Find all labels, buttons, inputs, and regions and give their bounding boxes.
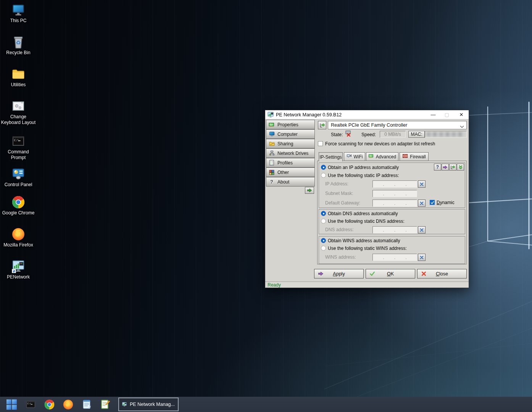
- keyboard-settings-icon: ⚙ ⚙: [11, 99, 25, 113]
- clear-dns-button[interactable]: [418, 226, 426, 233]
- help-button[interactable]: ?: [434, 164, 441, 171]
- mac-value-redacted: [425, 131, 467, 138]
- window-title: PE Network Manager 0.59.B12: [276, 112, 342, 117]
- obtain-dns-auto-label: Obtain DNS address automatically: [328, 211, 398, 216]
- radio-static-ip[interactable]: [321, 173, 326, 178]
- desktop-icon-control-panel[interactable]: Control Panel: [1, 167, 36, 188]
- tab-wifi[interactable]: WiFi: [344, 152, 365, 161]
- notepad-icon: [82, 399, 92, 409]
- clear-x-icon: [419, 228, 424, 232]
- static-wins-label: Use the following static WINS address:: [328, 246, 407, 251]
- desktop-icon-mozilla-firefox[interactable]: Mozilla Firefox: [1, 227, 36, 248]
- taskbar-firefox[interactable]: [60, 397, 76, 412]
- desktop-icon-command-prompt[interactable]: C:\ Command Prompt: [1, 134, 36, 161]
- radio-static-wins[interactable]: [321, 246, 326, 251]
- firewall-bricks-icon: [402, 153, 408, 160]
- chrome-icon: [44, 399, 55, 410]
- penetwork-icon: [11, 259, 25, 273]
- radio-static-dns[interactable]: [321, 219, 326, 224]
- desktop-icon-label: Recycle Bin: [1, 50, 36, 56]
- background-light-rays: [324, 275, 532, 401]
- mac-button[interactable]: MAC:: [408, 131, 425, 138]
- tab-ip-settings[interactable]: IP-Settings: [319, 152, 343, 161]
- sidebar-item-profiles[interactable]: Profiles: [266, 158, 315, 167]
- desktop-icon-penetwork[interactable]: PENetwork: [1, 259, 36, 280]
- sidebar-item-about[interactable]: ? About: [266, 177, 315, 187]
- ip-address-field[interactable]: ...: [372, 180, 417, 188]
- close-action-button[interactable]: Close: [417, 269, 467, 278]
- taskbar-notepad-plus-plus[interactable]: [97, 397, 114, 412]
- taskbar: C:\ PE Netw: [0, 397, 532, 412]
- minimize-button[interactable]: —: [427, 110, 440, 119]
- refresh-adapters-button[interactable]: [318, 121, 326, 129]
- sidebar-item-other[interactable]: Other: [266, 167, 315, 177]
- desktop-icon-label: Mozilla Firefox: [1, 242, 36, 248]
- desktop-icon-label: PENetwork: [1, 274, 36, 280]
- desktop-icon-recycle-bin[interactable]: ♻ Recycle Bin: [1, 35, 36, 56]
- wins-address-field[interactable]: ...: [372, 254, 417, 261]
- svg-text:⚙: ⚙: [18, 106, 22, 110]
- task-label: PE Network Manag...: [130, 402, 175, 407]
- expand-all-button[interactable]: [457, 164, 464, 171]
- desktop-icon-google-chrome[interactable]: Google Chrome: [1, 195, 36, 216]
- state-disconnected-icon: [345, 130, 351, 138]
- adapter-selected-value: Realtek PCIe GbE Family Controller: [331, 122, 407, 128]
- taskbar-command-prompt[interactable]: C:\: [22, 397, 39, 412]
- purple-arrow-icon: [443, 165, 448, 170]
- dynamic-checkbox[interactable]: [430, 200, 435, 205]
- sidebar-item-properties[interactable]: Properties: [266, 120, 315, 129]
- speed-value: 0 MBit/s: [380, 131, 406, 138]
- radio-obtain-ip-auto[interactable]: [321, 165, 326, 170]
- taskbar-chrome[interactable]: [41, 397, 58, 412]
- taskbar-task-pe-network-manager[interactable]: PE Network Manag...: [118, 398, 179, 411]
- network-card-icon: [269, 122, 275, 128]
- subnet-mask-field[interactable]: ...: [372, 190, 417, 197]
- static-ip-label: Use the following static IP address:: [328, 173, 399, 178]
- svg-text:C:\: C:\: [14, 138, 19, 142]
- apply-arrow-icon: [318, 271, 324, 277]
- force-scan-label: Force scanning for new devices on adapte…: [325, 141, 435, 146]
- penetwork-icon: [122, 400, 127, 409]
- dns-address-field[interactable]: ...: [372, 226, 417, 233]
- app-icon: [268, 112, 274, 118]
- wifi-icon: [347, 154, 352, 159]
- close-button[interactable]: ✕: [455, 110, 468, 119]
- clear-ip-button[interactable]: [418, 180, 426, 188]
- ok-check-icon: [369, 271, 375, 277]
- tab-advanced[interactable]: Advanced: [366, 152, 398, 161]
- pe-network-manager-window: PE Network Manager 0.59.B12 — ▢ ✕ Proper…: [265, 110, 469, 288]
- sidebar-collapse-button[interactable]: [305, 187, 314, 194]
- apply-ip-button[interactable]: [442, 164, 449, 171]
- obtain-wins-auto-label: Obtain WINS address automatically: [328, 238, 400, 243]
- sidebar-item-sharing[interactable]: Sharing: [266, 139, 315, 148]
- minimize-icon: —: [431, 112, 436, 117]
- sidebar-item-network-drives[interactable]: Network Drives: [266, 148, 315, 158]
- default-gateway-field[interactable]: ...: [372, 200, 417, 207]
- apply-button[interactable]: Apply: [314, 269, 364, 278]
- close-x-icon: [421, 271, 427, 277]
- clear-wins-button[interactable]: [418, 254, 426, 261]
- colored-squares-icon: [269, 169, 275, 175]
- subnet-mask-label: Subnet Mask:: [325, 191, 353, 196]
- windows-start-icon: [6, 399, 17, 410]
- force-scan-checkbox[interactable]: [318, 141, 323, 146]
- desktop-icon-utilities[interactable]: Utilities: [1, 67, 36, 88]
- ok-button[interactable]: OK: [366, 269, 415, 278]
- clear-gateway-button[interactable]: [418, 200, 426, 207]
- this-pc-icon: [11, 3, 25, 17]
- svg-text:C:\: C:\: [27, 402, 31, 405]
- terminal-icon: C:\: [26, 400, 35, 409]
- terminal-icon: C:\: [11, 134, 25, 148]
- desktop-icon-label: This PC: [1, 18, 36, 24]
- reload-ip-button[interactable]: [449, 164, 456, 171]
- taskbar-notepad[interactable]: [78, 397, 95, 412]
- notepad-plus-plus-icon: [100, 399, 110, 409]
- desktop-icon-this-pc[interactable]: This PC: [1, 3, 36, 24]
- sidebar-item-computer[interactable]: Computer: [266, 129, 315, 139]
- radio-obtain-dns-auto[interactable]: [321, 211, 326, 216]
- start-button[interactable]: [3, 397, 20, 412]
- desktop-icon-change-keyboard-layout[interactable]: ⚙ ⚙ Change Keyboard Layout: [1, 99, 36, 126]
- adapter-select[interactable]: Realtek PCIe GbE Family Controller: [328, 121, 467, 129]
- tab-firewall[interactable]: Firewall: [400, 152, 429, 161]
- radio-obtain-wins-auto[interactable]: [321, 238, 326, 243]
